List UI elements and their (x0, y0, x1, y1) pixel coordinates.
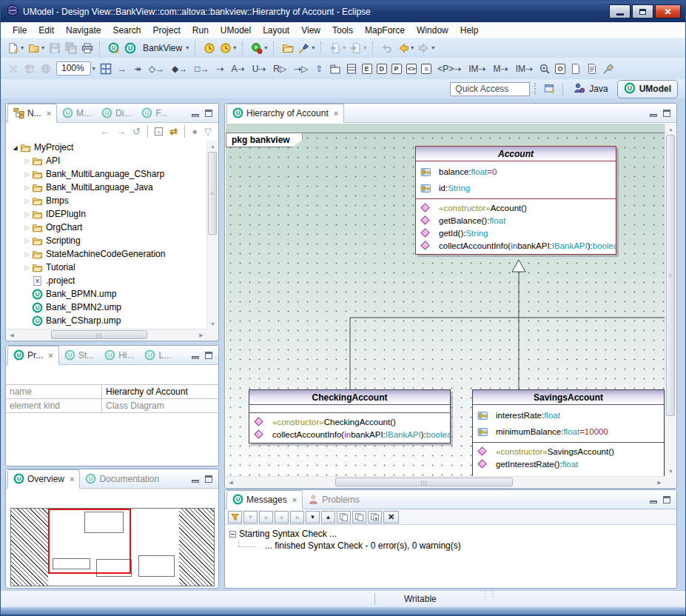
messages-tab-messages[interactable]: UMessages× (226, 490, 303, 509)
profile-button[interactable]: <> (405, 60, 419, 77)
filter-button[interactable] (228, 511, 242, 523)
navigator-tab-di[interactable]: UDi... (96, 104, 136, 122)
menu-run[interactable]: Run (186, 23, 215, 38)
tree-item-bank-multilanguage-csharp[interactable]: ▷Bank_MultiLanguage_CSharp (7, 167, 206, 181)
navigator-tab-f[interactable]: UF... (136, 104, 172, 122)
tree-item-bank-bpmn-ump[interactable]: UBank_BPMN.ump (7, 287, 206, 301)
forward-icon[interactable]: → (116, 126, 126, 137)
uml-operation[interactable]: getInterestRate():float (473, 458, 664, 470)
tree-item--project[interactable]: X.project (7, 274, 206, 287)
maximize-view-icon[interactable] (663, 496, 670, 503)
maximize-view-icon[interactable] (205, 475, 212, 483)
uml-operation[interactable]: «constructor» Account() (416, 201, 616, 214)
collapse-all-icon[interactable]: − (155, 127, 163, 135)
dropdown-arrow-icon[interactable]: ▾ (233, 44, 236, 51)
abstraction-button[interactable]: A⇢ (229, 60, 248, 77)
dropdown-arrow-icon[interactable]: ▾ (312, 44, 315, 51)
menu-tools[interactable]: Tools (326, 23, 359, 38)
navigator-tab-n[interactable]: N...× (7, 104, 57, 123)
uml-attribute[interactable]: minimumBalance:float=10000 (473, 424, 664, 440)
menu-help[interactable]: Help (454, 23, 485, 38)
uml-operation[interactable]: collectAccountInfo(in bankAPI:IBankAPI):… (416, 239, 616, 252)
menu-mapforce[interactable]: MapForce (359, 23, 411, 38)
dropdown-arrow-icon[interactable]: ▾ (363, 44, 366, 51)
tree-item-ideplugin[interactable]: ▷IDEPlugIn (7, 207, 206, 221)
editor-tab-hierarchyofaccount[interactable]: UHierarchy of Account× (226, 104, 344, 123)
property-value[interactable]: Class Diagram (102, 399, 218, 412)
scroll-thumb[interactable]: ≡ (208, 152, 217, 235)
association-class-button[interactable]: □→ (192, 60, 212, 77)
package-button[interactable] (328, 60, 343, 77)
instance-spec-button[interactable]: ≡ (420, 60, 433, 77)
property-value[interactable]: Hierarchy of Account (102, 385, 218, 398)
class-button[interactable] (344, 60, 359, 77)
dropdown-arrow-icon[interactable]: ▾ (431, 44, 434, 51)
close-tab-icon[interactable]: × (334, 109, 338, 118)
properties-tab-st[interactable]: USt... (59, 346, 99, 364)
expander-icon[interactable] (229, 531, 236, 538)
menu-window[interactable]: Window (411, 23, 454, 38)
uml-operation[interactable]: «constructor» CheckingAccount() (249, 415, 450, 428)
uml-operation[interactable]: collectAccountInfo(in bankAPI:IBankAPI):… (249, 428, 450, 441)
close-tab-icon[interactable]: × (292, 495, 297, 504)
properties-tab-pr[interactable]: UPr...× (7, 346, 59, 365)
forward-button[interactable]: ▾ (417, 39, 436, 56)
schedule-button[interactable] (202, 39, 217, 56)
diagram-canvas[interactable]: pkg bankview Accountbalance:float=0id:St… (226, 124, 665, 476)
tree-item-tutorial[interactable]: ▷Tutorial (7, 261, 206, 274)
close-tab-icon[interactable]: × (48, 351, 53, 360)
properties-tab-hi[interactable]: UHi... (99, 346, 139, 364)
link-with-editor-icon[interactable]: ⇄ (169, 126, 178, 137)
tree-expander-icon[interactable]: ▷ (22, 198, 32, 204)
usage-button[interactable]: U⇢ (249, 60, 269, 77)
menu-layout[interactable]: Layout (257, 23, 295, 38)
template-parameter-button[interactable]: <P>⇢ (434, 60, 464, 77)
dropdown-arrow-icon[interactable]: ▾ (264, 44, 267, 51)
tree-item-bank-multilanguage-java[interactable]: ▷Bank_MultiLanguage_Java (7, 181, 206, 194)
messages-tab-problems[interactable]: Problems (303, 491, 365, 509)
perspective-java[interactable]: Java (568, 81, 613, 98)
uml-attribute[interactable]: interestRate:float (473, 407, 664, 424)
quick-access-input[interactable]: Quick Access (450, 82, 530, 96)
enumeration-button[interactable]: E (360, 60, 374, 77)
maximize-view-icon[interactable] (205, 110, 212, 117)
clear-button[interactable]: ✕ (383, 511, 399, 523)
overview-minimap[interactable] (10, 508, 215, 586)
schedule-menu-button[interactable]: ▾ (218, 39, 238, 56)
up-icon[interactable]: ↺ (132, 126, 141, 137)
tree-expander-icon[interactable]: ▷ (22, 224, 32, 231)
association-button[interactable]: → (115, 60, 130, 77)
close-tab-icon[interactable]: × (70, 475, 74, 483)
open-perspective-button[interactable] (542, 81, 557, 98)
umodel-tool-button[interactable]: U (123, 39, 138, 56)
package-import-button[interactable]: IM⇢ (513, 60, 536, 77)
scroll-thumb[interactable]: ||| (335, 478, 513, 486)
maximize-view-icon[interactable] (205, 352, 212, 359)
tree-item-statemachinecodegeneration[interactable]: ▷StateMachineCodeGeneration (7, 247, 206, 261)
open-resource-button[interactable] (280, 39, 295, 56)
new-project-button[interactable]: ▾ (27, 39, 46, 56)
uml-class-account[interactable]: Accountbalance:float=0id:String«construc… (415, 146, 616, 255)
minimize-view-icon[interactable] (650, 500, 657, 503)
tree-expander-icon[interactable]: ▷ (22, 184, 32, 191)
tree-expander-icon[interactable]: ▷ (22, 264, 32, 271)
menu-edit[interactable]: Edit (33, 23, 60, 38)
fit-to-window-button[interactable] (98, 60, 113, 77)
minimize-view-icon[interactable] (650, 114, 657, 117)
uml-operation[interactable]: «constructor» SavingsAccount() (473, 445, 664, 458)
minimize-button[interactable] (609, 4, 630, 19)
primitive-type-button[interactable]: P (390, 60, 403, 77)
prev-message-button[interactable]: ▲ (321, 511, 335, 523)
tree-item-myproject[interactable]: ◢MyProject (7, 141, 206, 154)
minimap-viewport[interactable] (48, 509, 131, 574)
tree-item-bank-bpmn2-ump[interactable]: UBank_BPMN2.ump (7, 301, 206, 314)
note-button[interactable] (568, 60, 583, 77)
datatype-button[interactable]: D (375, 60, 389, 77)
next-message-button[interactable]: ▼ (306, 511, 320, 523)
scroll-thumb[interactable]: ≡ (666, 135, 675, 416)
class-name[interactable]: CheckingAccount (249, 390, 450, 405)
uml-class-savingsaccount[interactable]: SavingsAccountinterestRate:floatminimumB… (472, 389, 665, 476)
zoom-glass-button[interactable] (537, 60, 552, 77)
editor-hscrollbar[interactable]: ◀ ||| ▶ (226, 476, 665, 487)
navigator-hscrollbar[interactable]: ◀ ||| ▶ (7, 329, 206, 340)
